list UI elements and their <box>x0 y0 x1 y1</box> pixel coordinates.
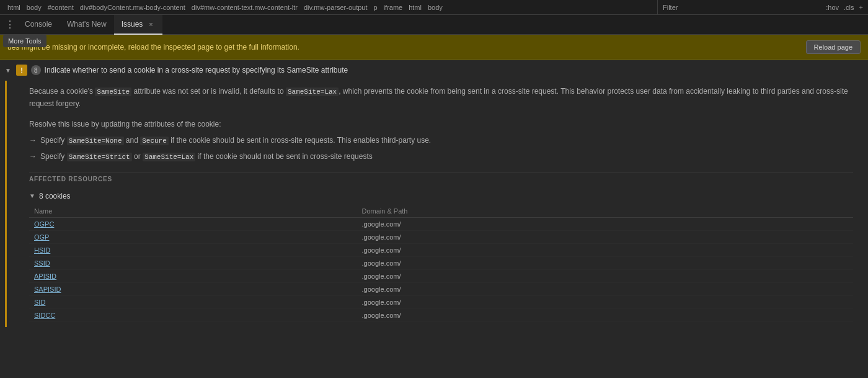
tab-console[interactable]: Console <box>17 15 60 35</box>
table-row: SID.google.com/ <box>29 295 853 308</box>
breadcrumb-item-html2[interactable]: html <box>406 4 424 11</box>
table-row: SAPISID.google.com/ <box>29 282 853 295</box>
cookie-name[interactable]: SIDCC <box>29 308 356 322</box>
cookie-name[interactable]: OGP <box>29 230 356 243</box>
filter-label: Filter <box>663 4 678 11</box>
tab-whats-new-label: What's New <box>67 20 107 29</box>
cookie-domain: .google.com/ <box>356 243 853 256</box>
bullet-item-1: → Specify SameSite=None and Secure if th… <box>29 135 853 146</box>
breadcrumb-item-body[interactable]: body <box>24 4 44 11</box>
code-samesite-strict: SameSite=Strict <box>67 153 132 161</box>
reload-page-button[interactable]: Reload page <box>806 40 861 54</box>
breadcrumb-item-html[interactable]: html <box>5 4 23 11</box>
warning-banner: ues might be missing or incomplete, relo… <box>0 35 868 60</box>
cookie-name[interactable]: OGPC <box>29 217 356 230</box>
cookie-domain: .google.com/ <box>356 256 853 269</box>
code-samesite-lax: SameSite=Lax <box>286 88 339 96</box>
tab-issues[interactable]: Issues × <box>114 15 163 35</box>
filter-plus[interactable]: + <box>859 4 863 11</box>
affected-resources-label: Affected Resources <box>29 173 853 187</box>
table-row: SIDCC.google.com/ <box>29 308 853 322</box>
main-content: ▼ ! 8 Indicate whether to send a cookie … <box>0 60 868 378</box>
resolve-text: Resolve this issue by updating the attri… <box>29 120 853 128</box>
issue-title: Indicate whether to send a cookie in a c… <box>45 66 348 74</box>
cookies-group: ▼ 8 cookies Name Domain & Path OGPC.goog… <box>29 190 853 322</box>
code-secure: Secure <box>140 137 169 145</box>
issue-warning-icon: ! <box>16 65 27 76</box>
cookie-domain: .google.com/ <box>356 295 853 308</box>
table-row: SSID.google.com/ <box>29 256 853 269</box>
table-row: HSID.google.com/ <box>29 243 853 256</box>
breadcrumb-item-content[interactable]: #content <box>45 4 76 11</box>
table-row: OGPC.google.com/ <box>29 217 853 230</box>
cookies-table: Name Domain & Path OGPC.google.com/OGP.g… <box>29 205 853 322</box>
cookie-name-link[interactable]: SIDCC <box>34 312 55 319</box>
cookie-domain: .google.com/ <box>356 308 853 322</box>
issue-count-badge: 8 <box>31 65 41 75</box>
code-samesite: SameSite <box>95 88 131 96</box>
cookie-name[interactable]: APISID <box>29 269 356 282</box>
issue-chevron-icon: ▼ <box>5 67 12 74</box>
breadcrumb-item-mw-parser-output[interactable]: div.mw-parser-output <box>301 4 370 11</box>
issue-description: Because a cookie's SameSite attribute wa… <box>29 86 853 110</box>
cookie-name-link[interactable]: SAPISID <box>34 286 61 293</box>
tab-console-label: Console <box>25 20 52 29</box>
cookie-name-link[interactable]: APISID <box>34 272 56 280</box>
cookie-domain: .google.com/ <box>356 269 853 282</box>
table-row: APISID.google.com/ <box>29 269 853 282</box>
cookie-name-link[interactable]: SID <box>34 299 45 306</box>
filter-hov[interactable]: :hov <box>826 4 839 11</box>
bullet-arrow-1: → <box>29 135 37 146</box>
code-samesite-none: SameSite=None <box>67 137 124 145</box>
tabs-bar: ⋮ Console What's New Issues × <box>0 15 868 35</box>
tab-issues-close[interactable]: × <box>146 20 155 29</box>
col-header-domain: Domain & Path <box>356 205 853 218</box>
cookie-domain: .google.com/ <box>356 217 853 230</box>
issue-header[interactable]: ▼ ! 8 Indicate whether to send a cookie … <box>0 60 868 81</box>
cookie-name-link[interactable]: OGP <box>34 233 49 241</box>
tab-issues-label: Issues <box>122 20 143 29</box>
bullet-item-2: → Specify SameSite=Strict or SameSite=La… <box>29 151 853 163</box>
tab-whats-new[interactable]: What's New <box>60 15 114 35</box>
cookies-chevron-icon: ▼ <box>29 192 35 199</box>
cookie-name-link[interactable]: OGPC <box>34 220 54 228</box>
breadcrumb-item-body2[interactable]: body <box>425 4 445 11</box>
col-header-name: Name <box>29 205 356 218</box>
table-row: OGP.google.com/ <box>29 230 853 243</box>
more-tabs-button[interactable]: ⋮ <box>2 17 17 32</box>
cookie-domain: .google.com/ <box>356 230 853 243</box>
cookies-count-label: 8 cookies <box>39 192 71 200</box>
breadcrumb-item-bodyContent[interactable]: div#bodyContent.mw-body-content <box>78 4 188 11</box>
cookie-name[interactable]: HSID <box>29 243 356 256</box>
cookie-name-link[interactable]: SSID <box>34 259 50 267</box>
cookie-name[interactable]: SID <box>29 295 356 308</box>
warning-text: ues might be missing or incomplete, relo… <box>7 43 799 52</box>
breadcrumb-item-mw-content-text[interactable]: div#mw-content-text.mw-content-ltr <box>189 4 300 11</box>
issue-body: Because a cookie's SameSite attribute wa… <box>5 81 868 327</box>
breadcrumb-item-p[interactable]: p <box>371 4 380 11</box>
filter-bar: Filter :hov .cls + <box>657 0 868 15</box>
code-samesite-lax2: SameSite=Lax <box>143 153 195 161</box>
cookie-name[interactable]: SAPISID <box>29 282 356 295</box>
cookies-group-header[interactable]: ▼ 8 cookies <box>29 190 853 202</box>
cookie-domain: .google.com/ <box>356 282 853 295</box>
bullet-arrow-2: → <box>29 151 37 162</box>
cookie-name[interactable]: SSID <box>29 256 356 269</box>
breadcrumb-item-iframe[interactable]: iframe <box>381 4 405 11</box>
cookie-name-link[interactable]: HSID <box>34 246 50 254</box>
affected-resources: Affected Resources ▼ 8 cookies Name Doma… <box>29 173 853 322</box>
filter-cls[interactable]: .cls <box>844 4 854 11</box>
